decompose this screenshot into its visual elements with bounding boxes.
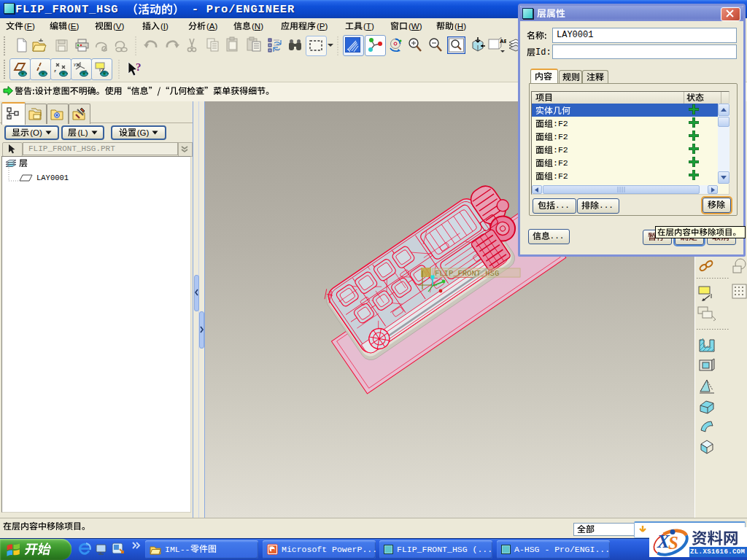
- svg-text:y: y: [74, 62, 76, 66]
- svg-text:FLIP_FRONT_HSG: FLIP_FRONT_HSG: [435, 269, 499, 278]
- svg-text:?: ?: [136, 61, 142, 73]
- svg-text:z: z: [54, 69, 56, 73]
- svg-text:AB: AB: [500, 38, 506, 44]
- svg-text:S: S: [668, 533, 678, 553]
